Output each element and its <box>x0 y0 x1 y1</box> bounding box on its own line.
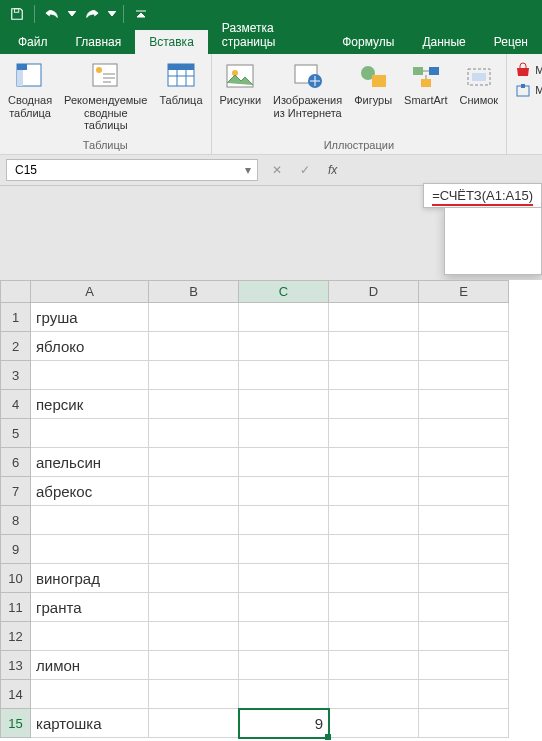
cell[interactable] <box>329 651 419 680</box>
cell[interactable] <box>149 680 239 709</box>
cell[interactable] <box>419 680 509 709</box>
row-header[interactable]: 2 <box>1 332 31 361</box>
row-header[interactable]: 9 <box>1 535 31 564</box>
cell[interactable] <box>239 680 329 709</box>
cell[interactable] <box>149 332 239 361</box>
name-box-input[interactable] <box>13 162 77 178</box>
cell[interactable] <box>419 361 509 390</box>
cell[interactable] <box>239 622 329 651</box>
customize-qat-icon[interactable] <box>130 3 152 25</box>
cell[interactable]: абрекос <box>31 477 149 506</box>
cell[interactable]: лимон <box>31 651 149 680</box>
cell[interactable]: яблоко <box>31 332 149 361</box>
cell[interactable] <box>419 709 509 738</box>
cell[interactable] <box>329 419 419 448</box>
smartart-button[interactable]: SmartArt <box>398 58 453 109</box>
cell[interactable] <box>149 477 239 506</box>
undo-icon[interactable] <box>41 3 63 25</box>
col-header-E[interactable]: E <box>419 281 509 303</box>
tab-formulas[interactable]: Формулы <box>328 30 408 54</box>
name-box[interactable]: ▾ <box>6 159 258 181</box>
cell[interactable] <box>419 651 509 680</box>
cell[interactable]: гранта <box>31 593 149 622</box>
cell[interactable] <box>329 448 419 477</box>
cell[interactable] <box>329 564 419 593</box>
tab-file[interactable]: Файл <box>4 30 62 54</box>
redo-dropdown-icon[interactable] <box>107 3 117 25</box>
cell[interactable] <box>419 419 509 448</box>
row-header[interactable]: 6 <box>1 448 31 477</box>
undo-dropdown-icon[interactable] <box>67 3 77 25</box>
cell[interactable] <box>419 303 509 332</box>
cell[interactable] <box>149 593 239 622</box>
cell[interactable] <box>31 419 149 448</box>
tab-layout[interactable]: Разметка страницы <box>208 16 328 54</box>
redo-icon[interactable] <box>81 3 103 25</box>
fx-icon[interactable]: fx <box>324 163 341 177</box>
cell[interactable] <box>149 651 239 680</box>
cell[interactable] <box>329 361 419 390</box>
cell[interactable] <box>419 448 509 477</box>
cell[interactable] <box>329 535 419 564</box>
cell[interactable] <box>239 535 329 564</box>
col-header-A[interactable]: A <box>31 281 149 303</box>
row-header[interactable]: 5 <box>1 419 31 448</box>
cell[interactable] <box>149 535 239 564</box>
cell[interactable] <box>329 477 419 506</box>
name-box-dropdown-icon[interactable]: ▾ <box>245 163 251 177</box>
row-header[interactable]: 4 <box>1 390 31 419</box>
cell[interactable] <box>149 361 239 390</box>
cell[interactable] <box>239 361 329 390</box>
col-header-D[interactable]: D <box>329 281 419 303</box>
tab-review[interactable]: Рецен <box>480 30 542 54</box>
online-pictures-button[interactable]: Изображения из Интернета <box>267 58 348 121</box>
row-header[interactable]: 3 <box>1 361 31 390</box>
cell[interactable] <box>419 564 509 593</box>
cell[interactable]: груша <box>31 303 149 332</box>
row-header[interactable]: 7 <box>1 477 31 506</box>
cell[interactable] <box>31 622 149 651</box>
row-header[interactable]: 10 <box>1 564 31 593</box>
cell[interactable] <box>239 303 329 332</box>
cell[interactable] <box>149 709 239 738</box>
enter-formula-icon[interactable]: ✓ <box>296 163 314 177</box>
cell[interactable] <box>31 361 149 390</box>
tab-data[interactable]: Данные <box>408 30 479 54</box>
cell[interactable] <box>239 593 329 622</box>
cell[interactable] <box>419 622 509 651</box>
row-header[interactable]: 12 <box>1 622 31 651</box>
row-header[interactable]: 14 <box>1 680 31 709</box>
cell[interactable]: картошка <box>31 709 149 738</box>
cell[interactable] <box>329 506 419 535</box>
cell[interactable] <box>31 535 149 564</box>
cell[interactable]: виноград <box>31 564 149 593</box>
cell[interactable] <box>419 477 509 506</box>
cell[interactable] <box>329 332 419 361</box>
cell[interactable] <box>329 680 419 709</box>
tab-insert[interactable]: Вставка <box>135 30 208 54</box>
cell[interactable] <box>239 477 329 506</box>
cell[interactable] <box>31 506 149 535</box>
cell[interactable]: персик <box>31 390 149 419</box>
save-icon[interactable] <box>6 3 28 25</box>
row-header[interactable]: 11 <box>1 593 31 622</box>
store-button[interactable]: Ма <box>515 62 542 78</box>
row-header[interactable]: 8 <box>1 506 31 535</box>
pivot-table-button[interactable]: Сводная таблица <box>2 58 58 121</box>
cell[interactable] <box>239 651 329 680</box>
cell[interactable]: апельсин <box>31 448 149 477</box>
cell[interactable] <box>239 448 329 477</box>
cell[interactable] <box>419 506 509 535</box>
col-header-B[interactable]: B <box>149 281 239 303</box>
cell[interactable] <box>239 506 329 535</box>
cancel-formula-icon[interactable]: ✕ <box>268 163 286 177</box>
select-all-corner[interactable] <box>1 281 31 303</box>
cell[interactable] <box>329 709 419 738</box>
cell[interactable] <box>239 564 329 593</box>
cell[interactable] <box>329 622 419 651</box>
cell[interactable] <box>31 680 149 709</box>
cell[interactable] <box>149 419 239 448</box>
spreadsheet-grid[interactable]: A B C D E 1груша 2яблоко 3 4персик 5 6ап… <box>0 280 542 741</box>
my-addins-button[interactable]: Мс <box>515 82 542 98</box>
tab-home[interactable]: Главная <box>62 30 136 54</box>
